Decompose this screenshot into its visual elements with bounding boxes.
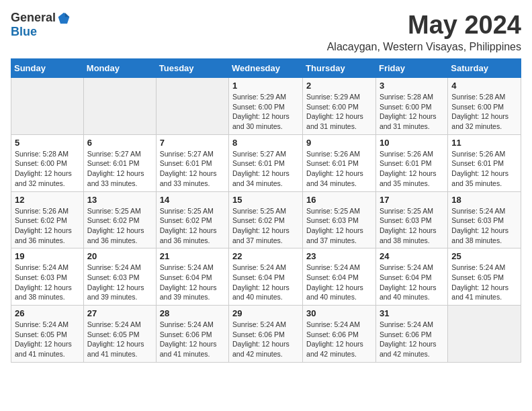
day-info: Sunrise: 5:24 AM Sunset: 6:04 PM Dayligh… — [232, 263, 299, 302]
day-number: 6 — [87, 138, 152, 148]
calendar-week-row: 26Sunrise: 5:24 AM Sunset: 6:05 PM Dayli… — [11, 306, 521, 363]
day-number: 12 — [15, 195, 80, 205]
day-of-week-header: Thursday — [303, 59, 376, 78]
day-info: Sunrise: 5:24 AM Sunset: 6:03 PM Dayligh… — [451, 206, 517, 246]
day-number: 10 — [380, 138, 444, 148]
day-number: 16 — [306, 195, 372, 205]
calendar-header-row: SundayMondayTuesdayWednesdayThursdayFrid… — [11, 59, 521, 78]
day-of-week-header: Tuesday — [156, 59, 228, 78]
day-number: 13 — [87, 195, 152, 205]
calendar-cell — [83, 78, 156, 135]
logo-icon — [57, 11, 71, 25]
day-info: Sunrise: 5:27 AM Sunset: 6:01 PM Dayligh… — [160, 149, 225, 189]
day-info: Sunrise: 5:24 AM Sunset: 6:03 PM Dayligh… — [87, 263, 152, 302]
day-info: Sunrise: 5:24 AM Sunset: 6:06 PM Dayligh… — [160, 320, 225, 359]
day-info: Sunrise: 5:26 AM Sunset: 6:01 PM Dayligh… — [380, 149, 444, 189]
day-number: 4 — [451, 81, 517, 91]
calendar-cell: 31Sunrise: 5:24 AM Sunset: 6:06 PM Dayli… — [375, 306, 447, 363]
day-info: Sunrise: 5:25 AM Sunset: 6:03 PM Dayligh… — [306, 206, 372, 246]
calendar-cell: 12Sunrise: 5:26 AM Sunset: 6:02 PM Dayli… — [11, 191, 84, 248]
day-number: 24 — [380, 251, 444, 261]
day-info: Sunrise: 5:26 AM Sunset: 6:01 PM Dayligh… — [451, 149, 517, 189]
day-number: 25 — [451, 251, 517, 261]
calendar-cell: 6Sunrise: 5:27 AM Sunset: 6:01 PM Daylig… — [83, 134, 156, 191]
day-number: 31 — [380, 308, 444, 318]
calendar-cell: 30Sunrise: 5:24 AM Sunset: 6:06 PM Dayli… — [303, 306, 376, 363]
calendar-cell: 14Sunrise: 5:25 AM Sunset: 6:02 PM Dayli… — [156, 191, 228, 248]
logo-blue-text: Blue — [11, 25, 37, 39]
calendar-cell: 13Sunrise: 5:25 AM Sunset: 6:02 PM Dayli… — [83, 191, 156, 248]
day-of-week-header: Friday — [375, 59, 447, 78]
day-info: Sunrise: 5:28 AM Sunset: 6:00 PM Dayligh… — [15, 149, 80, 189]
calendar-cell: 25Sunrise: 5:24 AM Sunset: 6:05 PM Dayli… — [448, 248, 521, 306]
day-of-week-header: Wednesday — [229, 59, 303, 78]
day-info: Sunrise: 5:24 AM Sunset: 6:06 PM Dayligh… — [306, 320, 372, 359]
day-number: 20 — [87, 251, 152, 261]
day-number: 2 — [306, 81, 372, 91]
day-number: 19 — [15, 251, 80, 261]
calendar-week-row: 19Sunrise: 5:24 AM Sunset: 6:03 PM Dayli… — [11, 248, 521, 306]
day-of-week-header: Sunday — [11, 59, 84, 78]
calendar-cell: 23Sunrise: 5:24 AM Sunset: 6:04 PM Dayli… — [303, 248, 376, 306]
day-number: 18 — [451, 195, 517, 205]
day-info: Sunrise: 5:27 AM Sunset: 6:01 PM Dayligh… — [87, 149, 152, 189]
day-number: 11 — [451, 138, 517, 148]
day-info: Sunrise: 5:29 AM Sunset: 6:00 PM Dayligh… — [306, 92, 372, 132]
title-block: May 2024 Alacaygan, Western Visayas, Phi… — [327, 11, 521, 53]
day-number: 28 — [160, 308, 225, 318]
day-info: Sunrise: 5:25 AM Sunset: 6:02 PM Dayligh… — [232, 206, 299, 246]
day-number: 8 — [232, 138, 299, 148]
day-number: 5 — [15, 138, 80, 148]
calendar-cell: 15Sunrise: 5:25 AM Sunset: 6:02 PM Dayli… — [229, 191, 303, 248]
svg-marker-0 — [58, 12, 70, 24]
calendar-cell — [11, 78, 84, 135]
day-info: Sunrise: 5:26 AM Sunset: 6:02 PM Dayligh… — [15, 206, 80, 246]
calendar-cell: 9Sunrise: 5:26 AM Sunset: 6:01 PM Daylig… — [303, 134, 376, 191]
logo-general-text: General — [11, 11, 56, 25]
calendar-cell — [156, 78, 228, 135]
location-subtitle: Alacaygan, Western Visayas, Philippines — [327, 41, 521, 53]
calendar-week-row: 12Sunrise: 5:26 AM Sunset: 6:02 PM Dayli… — [11, 191, 521, 248]
day-info: Sunrise: 5:24 AM Sunset: 6:05 PM Dayligh… — [451, 263, 517, 302]
calendar-cell: 11Sunrise: 5:26 AM Sunset: 6:01 PM Dayli… — [448, 134, 521, 191]
calendar-cell: 20Sunrise: 5:24 AM Sunset: 6:03 PM Dayli… — [83, 248, 156, 306]
calendar-cell: 18Sunrise: 5:24 AM Sunset: 6:03 PM Dayli… — [448, 191, 521, 248]
page-header: General Blue May 2024 Alacaygan, Western… — [11, 11, 521, 53]
calendar-cell: 7Sunrise: 5:27 AM Sunset: 6:01 PM Daylig… — [156, 134, 228, 191]
day-info: Sunrise: 5:27 AM Sunset: 6:01 PM Dayligh… — [232, 149, 299, 189]
calendar-cell: 4Sunrise: 5:28 AM Sunset: 6:00 PM Daylig… — [448, 78, 521, 135]
day-number: 27 — [87, 308, 152, 318]
day-number: 23 — [306, 251, 372, 261]
calendar-week-row: 1Sunrise: 5:29 AM Sunset: 6:00 PM Daylig… — [11, 78, 521, 135]
day-info: Sunrise: 5:24 AM Sunset: 6:03 PM Dayligh… — [15, 263, 80, 302]
month-title: May 2024 — [327, 11, 521, 40]
day-info: Sunrise: 5:29 AM Sunset: 6:00 PM Dayligh… — [232, 92, 299, 132]
calendar-cell — [448, 306, 521, 363]
calendar-cell: 21Sunrise: 5:24 AM Sunset: 6:04 PM Dayli… — [156, 248, 228, 306]
calendar-cell: 2Sunrise: 5:29 AM Sunset: 6:00 PM Daylig… — [303, 78, 376, 135]
calendar-cell: 16Sunrise: 5:25 AM Sunset: 6:03 PM Dayli… — [303, 191, 376, 248]
calendar-cell: 10Sunrise: 5:26 AM Sunset: 6:01 PM Dayli… — [375, 134, 447, 191]
day-info: Sunrise: 5:24 AM Sunset: 6:06 PM Dayligh… — [380, 320, 444, 359]
svg-marker-1 — [65, 12, 70, 17]
day-info: Sunrise: 5:26 AM Sunset: 6:01 PM Dayligh… — [306, 149, 372, 189]
day-info: Sunrise: 5:25 AM Sunset: 6:02 PM Dayligh… — [87, 206, 152, 246]
day-number: 22 — [232, 251, 299, 261]
day-info: Sunrise: 5:25 AM Sunset: 6:03 PM Dayligh… — [380, 206, 444, 246]
day-number: 30 — [306, 308, 372, 318]
day-info: Sunrise: 5:28 AM Sunset: 6:00 PM Dayligh… — [451, 92, 517, 132]
day-info: Sunrise: 5:24 AM Sunset: 6:05 PM Dayligh… — [87, 320, 152, 359]
calendar-cell: 24Sunrise: 5:24 AM Sunset: 6:04 PM Dayli… — [375, 248, 447, 306]
day-number: 9 — [306, 138, 372, 148]
day-info: Sunrise: 5:24 AM Sunset: 6:06 PM Dayligh… — [232, 320, 299, 359]
day-number: 14 — [160, 195, 225, 205]
day-info: Sunrise: 5:24 AM Sunset: 6:04 PM Dayligh… — [380, 263, 444, 302]
calendar-cell: 22Sunrise: 5:24 AM Sunset: 6:04 PM Dayli… — [229, 248, 303, 306]
day-number: 3 — [380, 81, 444, 91]
calendar-cell: 17Sunrise: 5:25 AM Sunset: 6:03 PM Dayli… — [375, 191, 447, 248]
calendar-cell: 3Sunrise: 5:28 AM Sunset: 6:00 PM Daylig… — [375, 78, 447, 135]
day-info: Sunrise: 5:24 AM Sunset: 6:04 PM Dayligh… — [160, 263, 225, 302]
calendar-cell: 27Sunrise: 5:24 AM Sunset: 6:05 PM Dayli… — [83, 306, 156, 363]
day-info: Sunrise: 5:28 AM Sunset: 6:00 PM Dayligh… — [380, 92, 444, 132]
day-number: 17 — [380, 195, 444, 205]
